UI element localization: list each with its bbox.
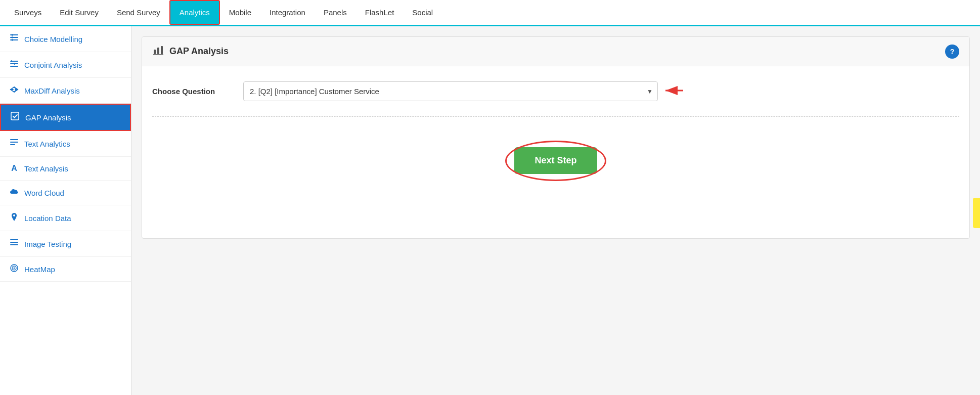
nav-mobile[interactable]: Mobile [220,1,260,24]
content-area: GAP Analysis ? Choose Question 2. [Q2] [… [131,26,980,395]
svg-rect-13 [10,142,18,143]
svg-rect-11 [11,112,19,120]
sidebar-label-gap-analysis: GAP Analysis [25,113,71,122]
heatmap-icon [9,264,19,274]
nav-edit-survey[interactable]: Edit Survey [51,1,108,24]
svg-rect-9 [11,60,12,62]
svg-rect-3 [12,34,13,36]
sidebar-item-location-data[interactable]: Location Data [0,205,131,231]
word-cloud-icon [9,188,19,198]
svg-point-21 [14,268,15,269]
sidebar-item-heatmap[interactable]: HeatMap [0,257,131,282]
sidebar-item-maxdiff-analysis[interactable]: MaxDiff Analysis [0,78,131,104]
sidebar-label-image-testing: Image Testing [24,240,71,248]
svg-rect-1 [10,37,18,38]
svg-rect-8 [10,66,18,67]
nav-flashlet[interactable]: FlashLet [356,1,404,24]
svg-rect-16 [10,239,18,240]
svg-rect-2 [10,39,18,40]
sidebar-item-text-analytics[interactable]: Text Analytics [0,131,131,157]
main-layout: Choice Modelling Conjoint Analysis MaxDi… [0,26,980,395]
svg-rect-23 [157,48,159,54]
question-select-wrapper: 2. [Q2] [Importance] Customer Service ▼ [243,81,658,101]
svg-rect-18 [10,244,18,245]
sidebar-item-gap-analysis[interactable]: GAP Analysis [0,104,131,131]
sidebar-item-choice-modelling[interactable]: Choice Modelling [0,26,131,52]
sidebar: Choice Modelling Conjoint Analysis MaxDi… [0,26,131,395]
image-testing-icon [9,238,19,249]
svg-rect-22 [154,50,156,54]
choice-modelling-icon [9,33,19,45]
sidebar-label-text-analytics: Text Analytics [24,140,70,148]
sidebar-item-text-analysis[interactable]: A Text Analysis [0,157,131,181]
svg-rect-5 [12,39,13,41]
sidebar-item-image-testing[interactable]: Image Testing [0,231,131,257]
panel-header: GAP Analysis ? [142,37,969,66]
gap-analysis-panel: GAP Analysis ? Choose Question 2. [Q2] [… [142,36,970,239]
form-divider [152,116,959,117]
svg-rect-12 [10,139,18,140]
sidebar-label-heatmap: HeatMap [24,265,55,274]
svg-rect-14 [10,144,15,145]
svg-rect-17 [10,242,18,243]
conjoint-icon [9,59,19,70]
nav-surveys[interactable]: Surveys [5,1,51,24]
svg-rect-0 [10,34,18,35]
sidebar-item-conjoint-analysis[interactable]: Conjoint Analysis [0,52,131,78]
sidebar-label-text-analysis: Text Analysis [24,164,68,173]
next-step-button[interactable]: Next Step [514,147,597,174]
svg-rect-24 [161,46,163,54]
next-step-area: Next Step [152,132,959,189]
form-label-question: Choose Question [152,87,243,96]
panel-title-text: GAP Analysis [169,46,229,57]
help-button[interactable]: ? [945,45,959,59]
question-select[interactable]: 2. [Q2] [Importance] Customer Service [243,81,658,101]
nav-integration[interactable]: Integration [260,1,315,24]
form-row-question: Choose Question 2. [Q2] [Importance] Cus… [152,81,959,101]
location-icon [9,212,19,224]
sidebar-label-maxdiff-analysis: MaxDiff Analysis [24,86,80,95]
text-analytics-icon [9,138,19,149]
svg-rect-10 [14,63,15,65]
top-nav: Surveys Edit Survey Send Survey Analytic… [0,0,980,26]
red-arrow-annotation [663,83,688,100]
nav-social[interactable]: Social [403,1,442,24]
svg-rect-4 [12,36,13,38]
right-edge-tab [973,198,980,228]
sidebar-label-word-cloud: Word Cloud [24,189,64,197]
panel-title-icon [152,44,164,59]
panel-body: Choose Question 2. [Q2] [Importance] Cus… [142,66,969,238]
maxdiff-icon [9,85,19,96]
sidebar-label-location-data: Location Data [24,214,71,223]
text-analysis-icon: A [9,164,19,173]
nav-send-survey[interactable]: Send Survey [108,1,169,24]
sidebar-item-word-cloud[interactable]: Word Cloud [0,181,131,205]
svg-point-15 [13,214,15,216]
nav-analytics[interactable]: Analytics [169,0,220,25]
gap-analysis-icon [10,112,20,123]
sidebar-label-conjoint-analysis: Conjoint Analysis [24,61,82,69]
nav-panels[interactable]: Panels [315,1,356,24]
sidebar-label-choice-modelling: Choice Modelling [24,35,82,43]
panel-title: GAP Analysis [152,44,229,59]
